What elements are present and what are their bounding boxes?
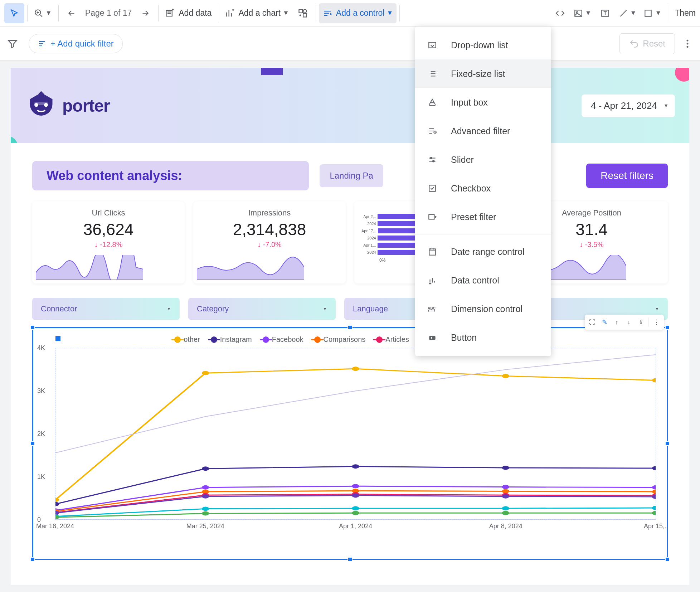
image-button[interactable]: ▼ [570, 3, 595, 23]
connector-filter[interactable]: Connector [32, 298, 180, 320]
svg-rect-25 [34, 102, 48, 105]
add-quick-filter-button[interactable]: + Add quick filter [29, 34, 123, 53]
x-axis-label: Mar 18, 2024 [36, 523, 74, 530]
report-page: porter 4 - Apr 21, 2024 Web content anal… [11, 68, 689, 585]
svg-point-28 [352, 367, 359, 371]
svg-point-27 [202, 371, 209, 375]
zoom-tool[interactable]: ▼ [30, 3, 55, 23]
edit-icon[interactable]: ✎ [598, 316, 611, 328]
prev-page-button[interactable] [62, 3, 82, 23]
svg-point-38 [352, 484, 359, 488]
svg-rect-2 [299, 9, 302, 13]
legend-item: Articles [376, 335, 409, 344]
svg-point-34 [502, 466, 509, 470]
svg-point-44 [502, 489, 509, 494]
reset-button[interactable]: Reset [619, 33, 675, 54]
svg-point-11 [687, 46, 689, 48]
text-button[interactable] [595, 3, 615, 23]
menu-item-advanced-filter[interactable]: Advanced filter [415, 117, 551, 145]
theme-button[interactable]: Them [675, 8, 696, 18]
svg-rect-18 [429, 249, 435, 255]
svg-point-57 [202, 506, 209, 511]
svg-point-4 [303, 9, 306, 13]
button-icon [426, 331, 439, 344]
line-chart-selected[interactable]: ⛶ ✎ ↑ ↓ ⇪ ⋮ otherInstagramFacebookCompar… [32, 327, 668, 560]
kpi-card-impressions: Impressions 2,314,838 -7.0% [193, 201, 346, 283]
date-range-picker[interactable]: 4 - Apr 21, 2024 [582, 94, 675, 117]
next-page-button[interactable] [135, 3, 155, 23]
advanced-filter-icon [426, 125, 439, 137]
svg-point-53 [352, 493, 359, 498]
landing-page-filter[interactable]: Landing Pa [320, 164, 383, 187]
menu-item-data-control[interactable]: Data control [415, 266, 551, 295]
svg-point-33 [352, 464, 359, 469]
add-data-button[interactable]: Add data [161, 3, 215, 23]
export-icon[interactable]: ⇪ [635, 316, 647, 328]
legend-item: Instagram [211, 335, 252, 344]
add-control-menu: Drop-down listFixed-size listInput boxAd… [415, 26, 551, 356]
menu-item-fixed-size-list[interactable]: Fixed-size list [415, 59, 551, 88]
x-axis-label: Apr 1, 2024 [339, 523, 372, 530]
chart-plot-area: 01K2K3K4KMar 18, 2024Mar 25, 2024Apr 1, … [55, 348, 656, 520]
page-navigation: Page 1 of 17 [62, 3, 155, 23]
shape-button[interactable]: ▼ [640, 3, 665, 23]
line-button[interactable]: ▼ [615, 3, 640, 23]
more-options-button[interactable] [682, 38, 693, 49]
input-icon [426, 96, 439, 109]
page-indicator[interactable]: Page 1 of 17 [85, 8, 132, 18]
svg-point-35 [652, 466, 656, 470]
report-canvas: porter 4 - Apr 21, 2024 Web content anal… [0, 61, 700, 592]
filter-toolbar: + Add quick filter Reset [0, 26, 700, 61]
y-axis-label: 1K [37, 473, 45, 481]
svg-point-64 [502, 511, 509, 515]
menu-item-slider[interactable]: Slider [415, 145, 551, 174]
arrow-up-icon[interactable]: ↑ [611, 316, 623, 328]
menu-item-drop-down-list[interactable]: Drop-down list [415, 31, 551, 59]
svg-point-39 [502, 485, 509, 489]
crop-icon[interactable]: ⛶ [586, 316, 598, 328]
decor-dot [675, 68, 689, 82]
brand-name: porter [62, 96, 110, 116]
legend-item: Facebook [263, 335, 303, 344]
menu-item-preset-filter[interactable]: Preset filter [415, 203, 551, 231]
more-icon[interactable]: ⋮ [650, 316, 662, 328]
menu-item-date-range-control[interactable]: Date range control [415, 237, 551, 266]
decor-bar [261, 68, 283, 75]
sparkline [197, 255, 304, 280]
add-control-button[interactable]: Add a control ▼ [319, 3, 397, 23]
svg-rect-8 [645, 10, 651, 16]
x-axis-label: Apr 15,.. [644, 523, 668, 530]
community-visualizations-button[interactable] [293, 3, 313, 23]
main-toolbar: ▼ Page 1 of 17 Add data Add a chart ▼ Ad… [0, 0, 700, 26]
reset-filters-button[interactable]: Reset filters [586, 164, 668, 188]
list-icon [426, 67, 439, 80]
select-tool[interactable] [4, 3, 24, 23]
filter-dropdowns-row: Connector Category Language on [32, 298, 668, 320]
svg-rect-22 [431, 338, 432, 338]
brand-logo-block: porter [25, 89, 110, 122]
dropdown-icon [426, 39, 439, 52]
svg-point-62 [202, 511, 209, 516]
arrow-down-icon[interactable]: ↓ [623, 316, 635, 328]
svg-point-65 [652, 511, 656, 515]
svg-point-54 [502, 494, 509, 499]
svg-point-58 [352, 506, 359, 510]
date-range-icon [426, 245, 439, 258]
category-filter[interactable]: Category [188, 298, 336, 320]
legend-item: other [174, 335, 200, 344]
x-axis-label: Mar 25, 2024 [186, 523, 224, 530]
filter-icon[interactable] [7, 38, 18, 49]
menu-item-checkbox[interactable]: Checkbox [415, 174, 551, 203]
y-axis-label: 4K [37, 344, 45, 352]
svg-point-29 [502, 374, 509, 378]
menu-item-dimension-control[interactable]: ABCDimension control [415, 295, 551, 323]
add-chart-button[interactable]: Add a chart ▼ [221, 3, 292, 23]
menu-item-button[interactable]: Button [415, 323, 551, 352]
svg-point-14 [431, 157, 432, 159]
url-embed-button[interactable] [550, 3, 570, 23]
svg-rect-17 [429, 215, 434, 219]
dimension-icon: ABC [426, 302, 439, 315]
svg-point-31 [55, 502, 59, 506]
svg-point-60 [652, 506, 656, 510]
menu-item-input-box[interactable]: Input box [415, 88, 551, 117]
